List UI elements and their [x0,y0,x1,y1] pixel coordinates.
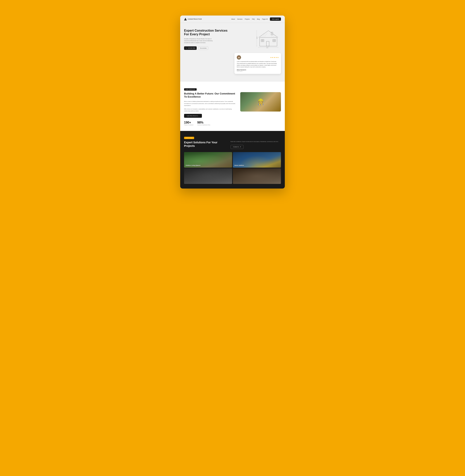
get-quote-button[interactable]: Get a quote [270,17,281,21]
arrow-icon: ↗ [240,146,241,148]
services-description: Build with confidence. Expert constructi… [231,141,281,143]
testimonial-avatar: 🏠 [237,55,241,60]
about-text-2: With a focus on innovation, sustainabili… [184,108,236,112]
nav-about[interactable]: About [231,18,235,20]
nav-faq[interactable]: FAQ [252,18,255,20]
hero-title: Expert Construction Services For Every P… [184,29,232,36]
star-1: ★ [270,57,272,58]
nav-links: About Services Projects FAQ Blog Pages G… [231,17,281,21]
stats-container: 190+ Projects Completed 98% Customer Sat… [184,121,236,125]
project-card-bottom-right[interactable] [233,168,281,184]
project-card-outdoor[interactable]: Outdoor Living Spaces [184,152,232,167]
hero-house-image: HEIGHT WIDTH [237,29,281,48]
star-4: ★ [275,57,277,58]
logo-icon [184,18,187,21]
project-card-bottom-left[interactable] [184,168,232,184]
testimonial-role: Home Owner [237,70,279,72]
home-addition-label: Home Addition [234,165,244,166]
logo[interactable]: CONSTRUCTOR [184,18,202,21]
nav-projects[interactable]: Projects [245,18,250,20]
hero-buttons: 📞 123-456-7890 Our services [184,46,232,50]
about-title: Building A Better Future: Our Commitment… [184,92,236,99]
star-rating: ★ ★ ★ ★ ★ [270,57,279,58]
svg-rect-0 [260,37,277,46]
about-text-1: We're a team of skilled professionals de… [184,100,236,107]
about-section: Our service Building A Better Future: Ou… [180,82,285,131]
worker-illustration: 👷 [257,98,264,105]
services-badge: Services [184,137,194,139]
project-card-home-addition[interactable]: Home Addition [233,152,281,167]
contact-us-button[interactable]: Contact Us ↗ [231,145,243,149]
svg-line-19 [271,33,274,37]
star-5: ★ [277,57,279,58]
stat-projects-label: Projects Completed [184,124,193,125]
services-section: Services Expert Solutions For Your Proje… [180,131,285,188]
phone-icon: 📞 [186,47,187,49]
bottom-right-photo-overlay [233,168,281,184]
outdoor-label: Outdoor Living Spaces [186,165,201,166]
svg-line-18 [270,33,272,37]
services-button[interactable]: Our services [198,46,208,50]
svg-rect-1 [266,41,269,46]
brand-name: CONSTRUCTOR [188,18,202,20]
hero-subtitle: Decades of Experience, Proven Results: O… [184,38,215,44]
svg-text:HEIGHT: HEIGHT [257,36,257,39]
testimonial-card: 🏠 ★ ★ ★ ★ ★ I was so impressed with the … [234,53,281,74]
phone-button[interactable]: 📞 123-456-7890 [184,46,197,50]
nav-services[interactable]: Services [237,18,242,20]
nav-blog[interactable]: Blog [257,18,260,20]
browser-window: CONSTRUCTOR About Services Projects FAQ … [180,15,285,188]
stat-satisfaction-number: 98% [197,121,210,124]
stat-satisfaction: 98% Customer Satisfaction Rate [197,121,210,125]
stat-projects-number: 190+ [184,121,193,124]
svg-text:WIDTH: WIDTH [266,47,268,48]
project-grid: Outdoor Living Spaces Home Addition [184,152,281,184]
chevron-down-icon [266,19,268,20]
bottom-left-photo-overlay [184,168,232,184]
testimonial-text: I was so impressed with the professional… [237,61,279,68]
nav-pages-dropdown[interactable]: Pages [262,18,268,20]
star-3: ★ [274,57,275,58]
hero-section: Expert Construction Services For Every P… [180,23,285,82]
services-title: Expert Solutions For Your Projects [184,141,223,148]
stat-projects: 190+ Projects Completed [184,121,193,125]
about-photo: 👷 [240,92,281,111]
stat-satisfaction-label: Customer Satisfaction Rate [197,124,210,125]
svg-line-16 [263,33,265,37]
about-badge: Our service [184,88,197,91]
svg-line-15 [261,33,264,37]
navbar: CONSTRUCTOR About Services Projects FAQ … [180,15,285,23]
learn-more-button[interactable]: Learn More About Us → [184,114,202,118]
star-2: ★ [272,57,273,58]
svg-line-17 [264,33,267,37]
